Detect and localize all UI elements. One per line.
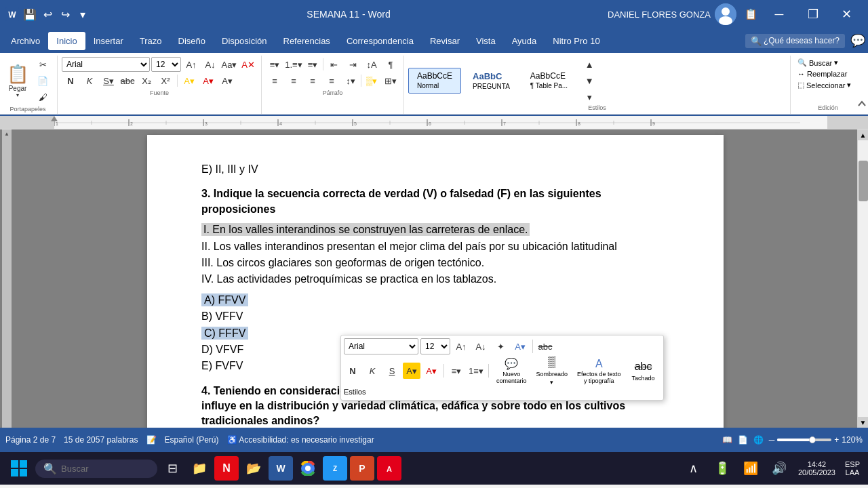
taskbar-search-input[interactable] xyxy=(61,464,149,474)
borders-button[interactable]: ⊞▾ xyxy=(382,73,399,88)
language-indicator-taskbar[interactable]: ESP LAA xyxy=(842,460,863,476)
ft-decrease-font[interactable]: A↓ xyxy=(472,338,490,354)
menu-archivo[interactable]: Archivo xyxy=(3,32,48,50)
battery-icon[interactable]: 🔋 xyxy=(710,456,734,481)
ft-font-family[interactable]: Arial xyxy=(344,338,418,354)
ft-highlight[interactable]: A▾ xyxy=(403,363,420,379)
text-highlight-button[interactable]: A▾ xyxy=(180,73,198,88)
align-center-button[interactable]: ≡ xyxy=(285,73,302,88)
web-layout-icon[interactable]: 🌐 xyxy=(753,435,764,445)
align-right-button[interactable]: ≡ xyxy=(304,73,321,88)
change-case-button[interactable]: Aa▾ xyxy=(220,57,238,72)
multilevel-list-button[interactable]: ≡▾ xyxy=(304,57,321,72)
copy-button[interactable]: 📄 xyxy=(34,73,52,88)
file-explorer-button[interactable]: 📁 xyxy=(187,456,212,481)
format-painter-button[interactable]: 🖌 xyxy=(34,89,52,104)
ft-new-comment[interactable]: 💬 Nuevocomentario xyxy=(492,356,531,386)
show-formatting-button[interactable]: ¶ xyxy=(382,57,399,72)
styles-more-button[interactable]: ▾ xyxy=(580,89,598,104)
track-changes-icon[interactable]: 📝 xyxy=(146,435,157,445)
scroll-thumb[interactable] xyxy=(859,161,868,201)
menu-disposicion[interactable]: Disposición xyxy=(214,32,275,50)
styles-down-button[interactable]: ▼ xyxy=(580,73,598,88)
sort-button[interactable]: ↕A xyxy=(363,57,380,72)
ft-increase-font[interactable]: A↑ xyxy=(452,338,470,354)
replace-button[interactable]: ↔ Reemplazar xyxy=(795,68,861,79)
clear-formatting-button[interactable]: A✕ xyxy=(239,57,257,72)
zoom-handle[interactable] xyxy=(809,436,816,443)
decrease-indent-button[interactable]: ⇤ xyxy=(325,57,342,72)
underline-button[interactable]: S▾ xyxy=(100,73,117,88)
ribbon-display-options[interactable]: 📋 xyxy=(742,5,761,24)
network-icon[interactable]: 📶 xyxy=(738,456,763,481)
decrease-font-size-button[interactable]: A↓ xyxy=(201,57,219,72)
find-dropdown[interactable]: ▾ xyxy=(834,58,838,67)
zoom-slider[interactable] xyxy=(777,439,831,441)
italic-button[interactable]: K xyxy=(81,73,98,88)
increase-font-size-button[interactable]: A↑ xyxy=(182,57,200,72)
menu-diseno[interactable]: Diseño xyxy=(170,32,214,50)
volume-icon[interactable]: 🔊 xyxy=(767,456,791,481)
powerpoint-button[interactable]: P xyxy=(350,456,374,481)
font-color-button[interactable]: A▾ xyxy=(199,73,217,88)
comments-icon[interactable]: 💬 xyxy=(850,33,865,48)
select-button[interactable]: ⬚ Seleccionar ▾ xyxy=(795,79,861,91)
menu-insertar[interactable]: Insertar xyxy=(85,32,132,50)
scroll-track[interactable] xyxy=(858,140,868,417)
style-heading2[interactable]: AaBbCcE ¶ Table Pa... xyxy=(521,68,576,94)
menu-referencias[interactable]: Referencias xyxy=(275,32,338,50)
subscript-button[interactable]: X₂ xyxy=(138,73,155,88)
paste-button[interactable]: 📋 Pegar ▾ xyxy=(4,63,31,98)
tell-me-search[interactable]: 🔍 ¿Qué deseas hacer? xyxy=(745,34,845,48)
ruler-indent-marker[interactable] xyxy=(51,116,58,121)
shading-button[interactable]: ▒▾ xyxy=(363,73,380,88)
ft-sparkle[interactable]: ✦ xyxy=(492,338,509,354)
collapse-ribbon-button[interactable] xyxy=(857,99,867,111)
proposition-1[interactable]: I. En los valles interandinos se constru… xyxy=(201,222,669,237)
menu-revisar[interactable]: Revisar xyxy=(422,32,468,50)
style-heading1[interactable]: AaBbC PREGUNTA xyxy=(464,68,519,94)
font-family-select[interactable]: Arial xyxy=(62,57,150,72)
netflix-button[interactable]: N xyxy=(214,456,239,481)
windows-start-button[interactable] xyxy=(5,455,33,482)
ft-bullets[interactable]: ≡▾ xyxy=(448,363,465,379)
ft-numbering[interactable]: 1≡▾ xyxy=(467,363,485,379)
word-taskbar-button[interactable]: W xyxy=(269,456,293,481)
menu-nitro[interactable]: Nitro Pro 10 xyxy=(545,32,608,50)
scroll-up-marker[interactable]: ▲ xyxy=(4,131,9,137)
ft-font-color-btm[interactable]: A▾ xyxy=(422,363,440,379)
scroll-down-button[interactable]: ▼ xyxy=(858,417,869,428)
reading-mode-icon[interactable]: 📖 xyxy=(722,435,732,445)
undo-icon[interactable]: ↩ xyxy=(41,7,54,21)
chrome-button[interactable] xyxy=(296,456,320,481)
restore-button[interactable]: ❐ xyxy=(797,4,829,24)
text-effects-button[interactable]: A▾ xyxy=(218,73,236,88)
system-clock[interactable]: 14:42 20/05/2023 xyxy=(795,460,838,476)
system-tray-arrow[interactable]: ∧ xyxy=(682,456,706,481)
ft-strikethrough-top[interactable]: abc xyxy=(536,338,554,354)
find-button[interactable]: 🔍 Buscar ▾ xyxy=(795,57,861,68)
cut-button[interactable]: ✂ xyxy=(34,57,52,72)
justify-button[interactable]: ≡ xyxy=(323,73,340,88)
ft-font-size[interactable]: 12 xyxy=(420,338,450,354)
language-indicator[interactable]: Español (Perú) xyxy=(165,435,219,445)
ft-italic[interactable]: K xyxy=(363,363,381,379)
paste-dropdown-icon[interactable]: ▾ xyxy=(16,92,19,98)
save-icon[interactable]: 💾 xyxy=(23,7,37,21)
menu-trazo[interactable]: Trazo xyxy=(132,32,170,50)
accessibility-indicator[interactable]: ♿ Accesibilidad: es necesario investigar xyxy=(227,435,374,445)
menu-inicio[interactable]: Inicio xyxy=(48,32,85,50)
ft-strikethrough[interactable]: abc Tachado xyxy=(627,356,660,386)
close-button[interactable]: ✕ xyxy=(831,4,863,24)
styles-up-button[interactable]: ▲ xyxy=(580,57,598,72)
increase-indent-button[interactable]: ⇥ xyxy=(344,57,361,72)
minimize-button[interactable]: ─ xyxy=(764,4,795,24)
line-spacing-button[interactable]: ↕▾ xyxy=(342,73,359,88)
user-area[interactable]: DANIEL FLORES GONZA xyxy=(608,3,736,25)
style-normal[interactable]: AaBbCcE Normal xyxy=(408,68,461,94)
ft-underline[interactable]: S xyxy=(383,363,401,379)
menu-vista[interactable]: Vista xyxy=(468,32,504,50)
taskbar-search[interactable]: 🔍 xyxy=(35,460,157,478)
ft-shading-arrow[interactable]: ▾ xyxy=(550,378,553,387)
bullets-button[interactable]: ≡▾ xyxy=(266,57,283,72)
